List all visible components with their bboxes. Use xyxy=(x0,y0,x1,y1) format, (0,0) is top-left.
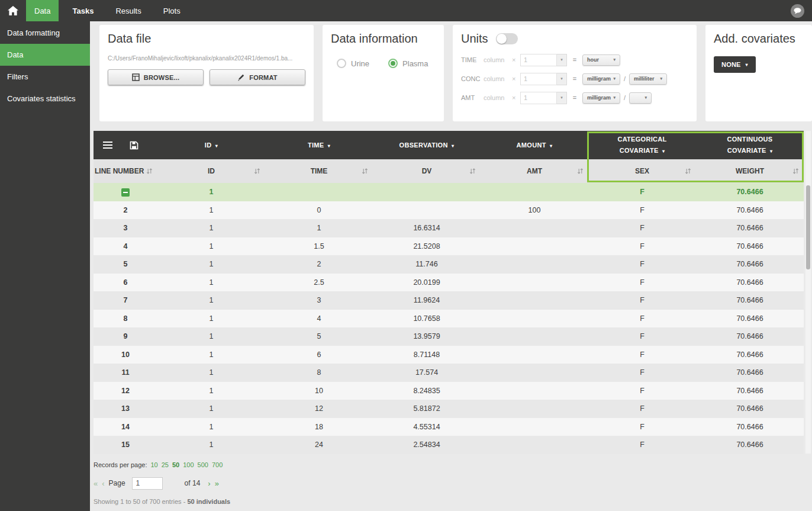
cell-dv: 8.24835 xyxy=(373,387,481,395)
unit-multiplier-input[interactable] xyxy=(520,92,557,104)
entries-summary-text: Showing 1 to 50 of 700 entries - xyxy=(94,498,187,505)
page-number-input[interactable] xyxy=(132,477,163,490)
page-size-500[interactable]: 500 xyxy=(198,461,208,468)
unit-select-dropdown[interactable]: milliliter▾ xyxy=(629,73,667,85)
cell-dv: 4.55314 xyxy=(373,423,481,431)
tab-results[interactable]: Results xyxy=(107,0,149,21)
column-header-id[interactable]: ID xyxy=(157,167,265,175)
feedback-button[interactable] xyxy=(791,4,804,18)
sort-icon[interactable] xyxy=(362,168,368,175)
column-header-amt[interactable]: AMT xyxy=(481,167,588,175)
sidebar-item-filters[interactable]: Filters xyxy=(0,66,90,88)
column-header-time[interactable]: TIME xyxy=(265,167,373,175)
data-table: ID ▾TIME ▾OBSERVATION ▾AMOUNT ▾CATEGORIC… xyxy=(94,131,804,454)
table-row[interactable]: 3 1 1 16.6314 F 70.6466 xyxy=(94,219,804,237)
table-row[interactable]: 10 1 6 8.71148 F 70.6466 xyxy=(94,346,804,364)
sidebar-item-data-formatting[interactable]: Data formatting xyxy=(0,22,90,44)
browse-button[interactable]: BROWSE... xyxy=(108,69,204,85)
table-row[interactable]: 8 1 4 10.7658 F 70.6466 xyxy=(94,310,804,328)
data-information-panel: Data information UrinePlasma xyxy=(323,25,444,121)
data-type-options: UrinePlasma xyxy=(331,59,436,68)
page-size-100[interactable]: 100 xyxy=(183,461,194,468)
home-button[interactable] xyxy=(0,0,26,21)
caret-down-icon: ▾ xyxy=(613,76,616,81)
last-page-button[interactable]: » xyxy=(215,479,219,488)
table-scrollbar[interactable] xyxy=(805,131,811,454)
unit-select-dropdown[interactable]: milligram▾ xyxy=(582,73,620,85)
table-row[interactable]: 5 1 2 11.746 F 70.6466 xyxy=(94,255,804,274)
unit-select-dropdown[interactable]: ▾ xyxy=(629,92,652,104)
cell-line-number: 3 xyxy=(94,224,157,232)
column-header-dv[interactable]: DV xyxy=(373,167,481,175)
header-id-menu[interactable]: ID ▾ xyxy=(157,140,265,151)
unit-select-dropdown[interactable]: hour▾ xyxy=(582,54,620,66)
table-row[interactable]: 11 1 8 17.574 F 70.6466 xyxy=(94,364,804,382)
table-row[interactable]: 14 1 18 4.55314 F 70.6466 xyxy=(94,418,804,436)
radio-urine[interactable]: Urine xyxy=(337,59,369,68)
column-header-label: LINE NUMBER xyxy=(95,167,144,175)
browse-label: BROWSE... xyxy=(144,74,179,81)
column-header-line-number[interactable]: LINE NUMBER xyxy=(94,167,157,175)
page-size-700[interactable]: 700 xyxy=(212,461,223,468)
cell-line-number: 15 xyxy=(94,441,157,449)
tab-plots[interactable]: Plots xyxy=(155,0,189,21)
cell-sex: F xyxy=(588,296,696,304)
table-row[interactable]: 12 1 10 8.24835 F 70.6466 xyxy=(94,382,804,400)
table-row[interactable]: 1 F 70.6466 xyxy=(94,183,804,201)
table-row[interactable]: 7 1 3 11.9624 F 70.6466 xyxy=(94,291,804,310)
table-header-row: ID ▾TIME ▾OBSERVATION ▾AMOUNT ▾CATEGORIC… xyxy=(94,131,804,159)
unit-select-dropdown[interactable]: milligram▾ xyxy=(582,92,620,104)
cell-weight: 70.6466 xyxy=(696,404,804,413)
tab-data[interactable]: Data xyxy=(26,0,59,21)
sort-icon[interactable] xyxy=(469,168,476,175)
format-button[interactable]: FORMAT xyxy=(210,69,305,85)
header-time-menu[interactable]: TIME ▾ xyxy=(265,140,373,151)
page-size-10[interactable]: 10 xyxy=(151,461,158,468)
units-toggle[interactable] xyxy=(496,33,518,44)
sidebar-item-data[interactable]: Data xyxy=(0,44,90,66)
first-page-button[interactable]: « xyxy=(94,479,98,488)
header-observation-menu[interactable]: OBSERVATION ▾ xyxy=(373,140,481,151)
unit-column-word: column xyxy=(484,75,512,82)
unit-multiplier-dropdown[interactable]: ▾ xyxy=(557,54,567,66)
unit-row-conc: CONCcolumn×▾=milligram▾/milliliter▾ xyxy=(461,72,688,86)
radio-plasma[interactable]: Plasma xyxy=(388,59,428,68)
column-header-sex[interactable]: SEX xyxy=(588,167,696,175)
header-amount-menu[interactable]: AMOUNT ▾ xyxy=(481,140,588,151)
sort-icon[interactable] xyxy=(685,168,691,175)
add-covariates-panel: Add. covariates NONE ▾ xyxy=(705,25,812,121)
table-row[interactable]: 2 1 0 100 F 70.6466 xyxy=(94,201,804,220)
unit-multiplier-dropdown[interactable]: ▾ xyxy=(557,73,567,85)
table-row[interactable]: 13 1 12 5.81872 F 70.6466 xyxy=(94,400,804,418)
save-icon[interactable] xyxy=(130,141,138,150)
cell-sex: F xyxy=(588,206,696,214)
scrollbar-thumb[interactable] xyxy=(806,185,810,269)
unit-multiplier-input[interactable] xyxy=(520,54,557,66)
covariates-select-button[interactable]: NONE ▾ xyxy=(714,56,756,73)
cell-id: 1 xyxy=(157,278,265,287)
unit-multiplier-dropdown[interactable]: ▾ xyxy=(557,92,567,104)
column-header-weight[interactable]: WEIGHT xyxy=(696,167,804,175)
unit-multiplier-input[interactable] xyxy=(520,73,557,85)
sort-icon[interactable] xyxy=(792,168,799,175)
next-page-button[interactable]: › xyxy=(208,479,210,488)
header-continuous-covariate-menu[interactable]: CONTINUOUSCOVARIATE ▾ xyxy=(696,134,804,156)
table-row[interactable]: 4 1 1.5 21.5208 F 70.6466 xyxy=(94,237,804,256)
page-size-25[interactable]: 25 xyxy=(162,461,169,468)
header-categorical-covariate-menu[interactable]: CATEGORICALCOVARIATE ▾ xyxy=(588,134,696,156)
table-row[interactable]: 9 1 5 13.9579 F 70.6466 xyxy=(94,327,804,346)
prev-page-button[interactable]: ‹ xyxy=(102,479,104,488)
table-row[interactable]: 15 1 24 2.54834 F 70.6466 xyxy=(94,436,804,454)
table-tools xyxy=(94,141,157,150)
data-file-path: C:/Users/FranoMihaljevic/lixoft/pkanalix… xyxy=(108,55,305,62)
page-size-50[interactable]: 50 xyxy=(172,461,179,468)
tab-tasks[interactable]: Tasks xyxy=(64,0,102,21)
table-row[interactable]: 6 1 2.5 20.0199 F 70.6466 xyxy=(94,274,804,292)
collapse-row-icon[interactable] xyxy=(121,188,130,197)
sort-icon[interactable] xyxy=(254,168,260,175)
cell-dv: 17.574 xyxy=(373,368,481,377)
sort-icon[interactable] xyxy=(577,168,584,175)
sort-icon[interactable] xyxy=(146,168,153,175)
sidebar-item-covariates-statistics[interactable]: Covariates statistics xyxy=(0,88,90,110)
menu-icon[interactable] xyxy=(102,141,113,149)
